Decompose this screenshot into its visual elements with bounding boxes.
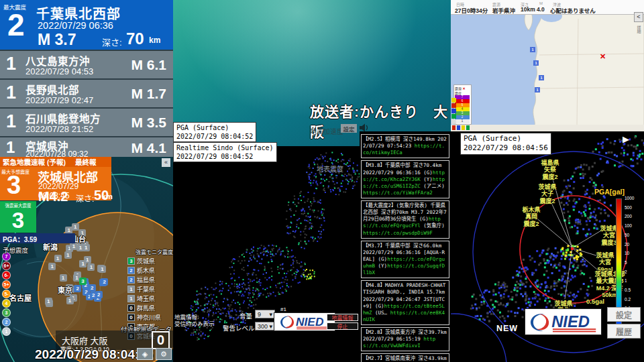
center-map-panel[interactable]: 地表震度 地震情報: 受信時のみ表示 音量 9▾ 警告レベル 300▾ #1 N… xyxy=(173,146,360,362)
monitor-row: 0群馬県 xyxy=(127,304,173,312)
region-name: 石川県能登地方 xyxy=(25,111,101,125)
pga-tick-label: 100 xyxy=(625,224,632,229)
feed-link[interactable]: https://t.co/pwsdpDiW9F xyxy=(363,230,433,236)
quake-minimap[interactable]: 日時震源深さM津波27日0時34分岩手県沖10km4.0心配はありません 震源 … xyxy=(451,0,644,131)
monitor-pref: 福島県 xyxy=(137,276,155,284)
feed-entry[interactable]: 【M2.5】相模湾 深さ149.8km 2022/07/29 07:54:23 … xyxy=(361,134,449,158)
epicenter-x-icon: ✕ xyxy=(462,86,465,90)
monitor-level: 3 xyxy=(127,257,135,265)
depth-unit: km xyxy=(102,192,113,200)
monitor-pref: 群馬県 xyxy=(137,304,155,312)
feed-list[interactable]: 【M2.5】相模湾 深さ149.8km 2022/07/29 07:54:23 … xyxy=(360,131,451,362)
feed-entry[interactable]: 【M3.7】千葉県中部 深さ66.0km 2022/07/29 06:36:16… xyxy=(361,241,449,279)
monitor-pref: 栃木県 xyxy=(137,266,155,275)
intensity-point: 1 xyxy=(539,75,544,80)
legend-intensity-chip: 5 xyxy=(455,103,470,107)
depth-label: 深さ: xyxy=(102,36,122,48)
intensity-reading: 1 xyxy=(72,223,79,231)
pga-tick-label: 50 xyxy=(625,233,629,238)
latest-quake-card[interactable]: 最大震度 2 千葉県北西部 2022/07/29 06:36 M 3.7 深さ:… xyxy=(0,0,173,50)
history-button[interactable]: 履歴 xyxy=(607,324,641,339)
intensity-scale-badge: 5- xyxy=(2,290,11,298)
intensity-reading: 2 xyxy=(90,292,97,299)
minimap-collapse-handle[interactable]: < xyxy=(634,12,643,22)
map-settings-chip[interactable]: 設定 xyxy=(341,124,357,133)
pga-tick-label: 0.2 xyxy=(625,298,631,302)
monitor-row: 3茨城県 xyxy=(127,257,173,265)
feed-entry[interactable]: 【M2.7】宮城県南東沖 深さ43.9km 2022/07/29 06:11:5… xyxy=(361,353,449,362)
minimap-side-legend xyxy=(451,98,457,124)
pga-tick-label: 1000 xyxy=(625,196,634,201)
quake-time: 2022/07/29 02:47 xyxy=(25,95,93,105)
legend-intensity-chip: 7 xyxy=(455,95,470,99)
surface-accel-label: 地表加速度 xyxy=(310,126,343,136)
minimap-col-value: 4.0 xyxy=(537,6,545,13)
svg-text:NIED: NIED xyxy=(551,313,590,330)
map-callout: 茨城県 大子 震度2 xyxy=(538,184,556,204)
map-callout: 栃木県 真岡 震度2 xyxy=(522,206,540,227)
feed-entry[interactable]: 【最大震度2】(気象庁発表) 千葉県北西部 深さ約70km M3.7 2022年… xyxy=(361,200,449,239)
clock: 2022/07/29 08:04:56 xyxy=(35,347,153,362)
quake-time: 2022/07/28 21:52 xyxy=(25,124,93,134)
intensity-value: 1 xyxy=(6,138,15,157)
intensity-scale-badge: 3 xyxy=(2,308,11,317)
pga-tick-label: 5 xyxy=(625,261,627,265)
depth-unit: km xyxy=(149,36,160,45)
intensity-reading: 1 xyxy=(54,255,62,262)
minimap-header: 日時震源深さM津波27日0時34分岩手県沖10km4.0心配はありません xyxy=(451,0,644,15)
minimap-col-label: M xyxy=(539,1,543,5)
warn-level-select[interactable]: 300▾ xyxy=(255,322,275,330)
eew-detail-card[interactable]: 最大予想震度 3 茨城県北部 2022/07/29 08:03:45 M4.2 … xyxy=(0,167,111,200)
feed-link[interactable]: https://t.co/YiWafFAra2 xyxy=(363,190,433,196)
quake-info-button[interactable]: 地震情報 xyxy=(327,314,358,321)
new-badge: NEW xyxy=(496,324,518,333)
quake-history-row[interactable]: 1 八丈島東方沖 2022/07/29 04:53 M 6.1 xyxy=(0,50,173,78)
feed-entry[interactable]: 【M4.8】MADHYA PRADESH-CHHATTISGARH BORD.,… xyxy=(361,280,449,325)
magnitude: M 3.7 xyxy=(38,31,76,49)
legend-intensity-chip: 4 xyxy=(455,107,470,111)
pga-tick-label: 500 xyxy=(625,206,632,210)
city-label: 名古屋 xyxy=(9,292,32,303)
feed-entry[interactable]: 【M2.8】茨城県東方沖 深さ39.7km 2022/07/29 06:15:1… xyxy=(361,327,449,351)
nied-logo: NIED xyxy=(525,308,602,335)
quake-history-row[interactable]: 1 長野県北部 2022/07/29 02:47 M 1.7 xyxy=(0,78,173,107)
feed-entry[interactable]: 【M3.8】千葉県中部 深さ70.4km 2022/07/29 06:36:16… xyxy=(361,160,449,198)
intensity-reading: 1 xyxy=(87,263,95,271)
warn-level-label: 警告レベル xyxy=(223,323,255,333)
quake-history-row[interactable]: 1 宮城県沖 2022/07/28 09:32 M 4.1 xyxy=(0,136,173,157)
monitor-title: 強震モニタ震度 xyxy=(127,248,173,255)
intensity-reading: 1 xyxy=(64,251,72,259)
quake-history-row[interactable]: 1 石川県能登地方 2022/07/28 21:52 M 3.5 xyxy=(0,107,173,136)
stop-button[interactable]: 停止 xyxy=(327,322,358,330)
right-map-panel[interactable]: 福島県 矢祭 震度2茨城県 大子 震度2栃木県 真岡 震度2茨城県 大宮 震度3… xyxy=(451,131,644,362)
minimap-detail-label[interactable]: 詳細 xyxy=(636,25,642,34)
intensity-point: 1 xyxy=(535,87,540,93)
legend-intensity-chip: 6 xyxy=(455,99,470,103)
gear-icon[interactable]: ⚙ xyxy=(156,348,172,360)
monitor-level: 0 xyxy=(127,304,135,312)
pga-readout: PGA：3.59 xyxy=(0,233,75,243)
monitor-level: 1 xyxy=(127,286,135,293)
pga-tick-label: 20 xyxy=(625,243,629,247)
eew-final-label: 最終報 xyxy=(75,157,97,167)
target-icon[interactable]: ◈ xyxy=(137,348,153,360)
minimap-col-value: 10km xyxy=(521,6,535,13)
region-name: 八丈島東方沖 xyxy=(25,53,90,68)
city-label: 東京 xyxy=(58,284,72,295)
monitor-pref: 千葉県 xyxy=(137,285,155,294)
volume-select[interactable]: 9▾ xyxy=(255,310,275,318)
settings-button[interactable]: 設定 xyxy=(607,307,641,322)
panel-collapse-chip[interactable]: « xyxy=(162,158,170,167)
legend-intensity-chip: 2 xyxy=(455,115,470,119)
intensity-scale-badge: 6- xyxy=(2,271,11,280)
intensity-point: 1 xyxy=(530,47,535,52)
station-intensity-box: 0 xyxy=(152,331,170,349)
pga-tick-label: 10 xyxy=(625,251,629,256)
quake-time: 2022/07/29 06:36 xyxy=(38,20,113,31)
intensity-reading: 1 xyxy=(83,244,90,251)
play-icon[interactable]: ▶ xyxy=(623,134,629,144)
pga-tick-label: 0.5 xyxy=(625,288,631,293)
intensity-reading: 1 xyxy=(84,256,91,263)
chevron-down-icon: ▾ xyxy=(269,311,272,318)
monitor-pref: 埼玉県 xyxy=(137,294,155,303)
